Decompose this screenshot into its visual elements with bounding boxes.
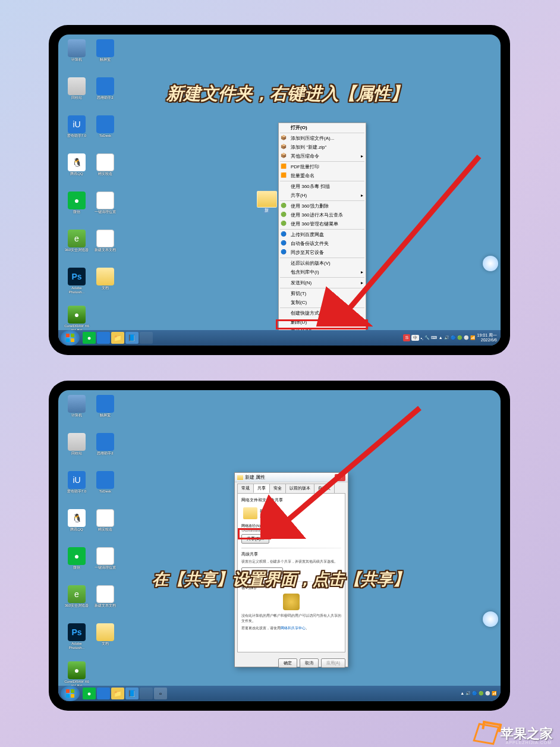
desktop-icon-10[interactable]: e360安全浏览器 [64, 230, 89, 259]
icon-label: 回收站 [71, 96, 82, 100]
desktop-icon-12[interactable]: PsAdobe Photosh... [64, 623, 89, 653]
start-button-2[interactable] [61, 686, 80, 701]
float-assist-button[interactable] [483, 256, 498, 271]
start-button[interactable] [61, 330, 80, 346]
menu-item-20[interactable]: 还原以前的版本(V) [279, 259, 366, 268]
desktop-icon-0[interactable]: 计算机 [64, 395, 89, 425]
dialog-titlebar[interactable]: 新建 属性 ✕ [235, 473, 348, 482]
menu-item-7[interactable]: 🟧批量重命名 [279, 171, 366, 180]
share-button[interactable]: 共享(S)... [241, 534, 269, 544]
desktop-icon-2[interactable]: 回收站 [64, 433, 89, 463]
desktop-icon-7[interactable]: 精安校造 [93, 153, 118, 183]
menu-item-6[interactable]: 🟧PDF批量打印 [279, 162, 366, 171]
icon-graphic [96, 230, 114, 247]
icon-graphic [68, 77, 86, 95]
tab-常规[interactable]: 常规 [237, 484, 254, 493]
desktop-icon-10[interactable]: e360安全浏览器 [64, 585, 89, 615]
apply-button[interactable]: 应用(A) [321, 658, 345, 668]
desktop-icon-11[interactable]: 新建文本文档 [93, 585, 118, 615]
icon-label: 微信 [73, 210, 80, 214]
network-center-link[interactable]: 网络和共享中心 [281, 626, 306, 630]
selected-folder[interactable]: 新 [253, 191, 280, 224]
desktop-icon-9[interactable]: 一键清理位置 [93, 192, 118, 221]
desktop-icon-9[interactable]: 一键清理位置 [93, 547, 118, 577]
desktop-icon-6[interactable]: 🐧腾讯QQ [64, 153, 89, 183]
submenu-arrow-icon: ▸ [361, 280, 363, 286]
taskbar-props-icon-2[interactable]: ▫ [154, 688, 167, 699]
menu-item-14[interactable]: 🟢使用 360管理右键菜单 [279, 219, 366, 228]
menu-item-label: 上传到百度网盘 [291, 232, 324, 237]
menu-item-0[interactable]: 打开(O) [279, 123, 366, 132]
taskbar-app-icon-2[interactable] [97, 688, 110, 699]
desktop-icon-1[interactable]: 触屏宝 [93, 395, 118, 425]
taskbar-app2-icon-2[interactable]: 📘 [125, 688, 139, 699]
menu-item-29[interactable]: 删除(D) [279, 318, 366, 327]
icon-graphic [96, 39, 114, 57]
float-assist-button-2[interactable] [483, 611, 498, 627]
tab-自定义[interactable]: 自定义 [314, 484, 335, 493]
icon-label: 思维助手2 [97, 451, 113, 456]
desktop-icon-2[interactable]: 回收站 [64, 77, 89, 107]
tray-icons-2[interactable]: ▲ 🔊 🔵 🟢 ⚪ 📶 [460, 691, 497, 696]
ok-button[interactable]: 确定 [278, 658, 297, 668]
desktop-icon-5[interactable]: ToDesk [93, 471, 118, 501]
menu-item-3[interactable]: 📦添加到 "新建.zip" [279, 143, 366, 152]
menu-item-23[interactable]: 发送到(N)▸ [279, 278, 366, 287]
menu-item-28[interactable]: 创建快捷方式(S) [279, 309, 366, 318]
menu-item-4[interactable]: 📦其他压缩命令▸ [279, 152, 366, 161]
desktop-icon-11[interactable]: 新建文本文档 [93, 230, 118, 259]
menu-item-13[interactable]: 🟢使用 360进行木马云查杀 [279, 211, 366, 219]
desktop-icon-0[interactable]: 计算机 [64, 39, 89, 69]
taskbar-app3-icon-2[interactable] [140, 688, 153, 699]
menu-item-16[interactable]: 🔵上传到百度网盘 [279, 230, 366, 239]
desktop-icon-3[interactable]: 思维助手2 [93, 77, 118, 107]
menu-item-12[interactable]: 🟢使用 360强力删除 [279, 202, 366, 211]
icon-label: 新建文本文档 [95, 248, 116, 252]
desktop-icon-8[interactable]: ●微信 [64, 547, 89, 577]
language-bar[interactable]: S 中 •, 🔧 ⌨ [403, 334, 436, 341]
menu-item-label: 复制(C) [291, 300, 307, 305]
taskbar-app2-icon[interactable]: 📘 [125, 332, 139, 344]
close-button[interactable]: ✕ [335, 474, 345, 481]
taskbar-explorer-icon-2[interactable]: 📁 [111, 688, 124, 699]
tablet-frame-1: 计算机触屏宝回收站思维助手2iU爱奇助手7.0ToDesk🐧腾讯QQ精安校造●微… [49, 25, 510, 355]
desktop-icon-3[interactable]: 思维助手2 [93, 433, 118, 463]
menu-item-26[interactable]: 复制(C) [279, 298, 366, 307]
menu-item-18[interactable]: 🔵同步至其它设备 [279, 248, 366, 257]
tray-clock[interactable]: 19:01 周一 2022/6/6 [477, 333, 497, 343]
desktop-icon-12[interactable]: PsAdobe Photosh... [64, 268, 89, 297]
desktop-icon-6[interactable]: 🐧腾讯QQ [64, 509, 89, 539]
taskbar-app3-icon[interactable] [140, 332, 153, 344]
section2-title: 高级共享 [241, 551, 341, 557]
desktop-icon-4[interactable]: iU爱奇助手7.0 [64, 471, 89, 501]
menu-item-21[interactable]: 包含到库中(I)▸ [279, 268, 366, 277]
taskbar-explorer-icon[interactable]: 📁 [111, 332, 124, 344]
icon-graphic [96, 395, 114, 413]
desktop-icon-1[interactable]: 触屏宝 [93, 39, 118, 69]
menu-item-icon: 🟢 [281, 202, 287, 208]
desktop-icon-7[interactable]: 精安校造 [93, 509, 118, 539]
taskbar-wechat-icon[interactable]: ● [83, 332, 96, 344]
menu-item-25[interactable]: 剪切(T) [279, 289, 366, 298]
taskbar-wechat-icon-2[interactable]: ● [83, 688, 96, 699]
menu-item-2[interactable]: 📦添加到压缩文件(A)... [279, 134, 366, 143]
taskbar-app-icon[interactable] [97, 332, 110, 344]
menu-item-10[interactable]: 共享(H)▸ [279, 191, 366, 200]
desktop-icon-5[interactable]: ToDesk [93, 115, 118, 145]
tab-以前的版本[interactable]: 以前的版本 [285, 484, 314, 493]
tab-共享[interactable]: 共享 [253, 484, 270, 493]
tray-icons[interactable]: ▲ 🔊 🔵 🟢 ⚪ 📶 [439, 335, 476, 340]
menu-item-17[interactable]: 🔵自动备份该文件夹 [279, 239, 366, 248]
cancel-button[interactable]: 取消 [300, 658, 319, 668]
desktop-icon-4[interactable]: iU爱奇助手7.0 [64, 115, 89, 145]
desc2-text: 若要更改此设置，请使用 [241, 626, 281, 630]
icon-graphic: ● [68, 192, 86, 209]
desktop-icon-8[interactable]: ●微信 [64, 192, 89, 221]
menu-item-9[interactable]: 使用 360杀毒 扫描 [279, 182, 366, 191]
desktop-icon-13[interactable]: 文档 [93, 268, 118, 297]
clock-day: 周一 [489, 333, 497, 337]
menu-item-label: 打开(O) [291, 125, 307, 130]
tab-安全[interactable]: 安全 [269, 484, 286, 493]
desktop-icon-13[interactable]: 文档 [93, 623, 118, 653]
svg-rect-9 [71, 694, 74, 698]
